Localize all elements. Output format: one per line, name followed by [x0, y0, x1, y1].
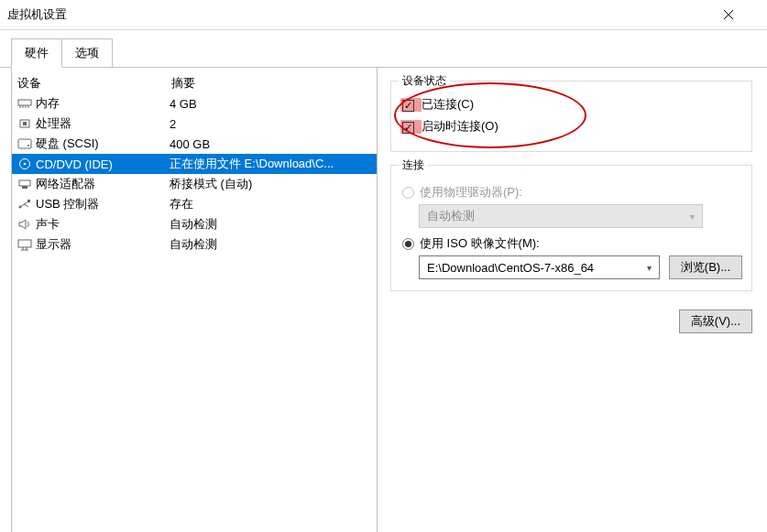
device-status-group: 设备状态 已连接(C) 启动时连接(O) — [390, 81, 752, 152]
device-row[interactable]: CD/DVD (IDE)正在使用文件 E:\Download\C... — [12, 154, 377, 174]
device-table-header: 设备 摘要 — [12, 73, 377, 93]
device-name: USB 控制器 — [34, 196, 170, 212]
device-row[interactable]: 处理器2 — [12, 114, 377, 134]
use-physical-radio-row: 使用物理驱动器(P): — [402, 184, 742, 201]
svg-rect-9 — [18, 139, 31, 148]
iso-path-value: E:\Download\CentOS-7-x86_64 — [427, 261, 594, 275]
nic-icon — [16, 178, 34, 190]
device-list-panel: 设备 摘要 内存4 GB处理器2硬盘 (SCSI)400 GBCD/DVD (I… — [11, 68, 378, 532]
device-status-title: 设备状态 — [399, 73, 450, 89]
device-summary: 存在 — [170, 196, 377, 212]
connected-checkbox-row: 已连接(C) — [400, 96, 742, 113]
window-title: 虚拟机设置 — [7, 6, 67, 23]
svg-rect-13 — [19, 180, 30, 186]
svg-rect-19 — [18, 240, 31, 247]
device-summary: 400 GB — [170, 137, 377, 151]
device-row[interactable]: 内存4 GB — [12, 93, 377, 114]
tab-hardware[interactable]: 硬件 — [11, 38, 62, 68]
device-row[interactable]: 显示器自动检测 — [12, 234, 377, 255]
device-name: CD/DVD (IDE) — [34, 157, 170, 171]
browse-button[interactable]: 浏览(B)... — [669, 255, 742, 279]
chevron-down-icon: ▾ — [647, 263, 652, 273]
memory-icon — [16, 97, 34, 110]
svg-rect-18 — [27, 200, 30, 202]
device-row[interactable]: 网络适配器桥接模式 (自动) — [12, 174, 377, 194]
device-summary: 2 — [170, 117, 377, 131]
column-device: 设备 — [17, 75, 171, 92]
connected-checkbox[interactable] — [402, 100, 414, 112]
connection-group: 连接 使用物理驱动器(P): 自动检测 使用 ISO 映像文件(M): E:\D… — [390, 165, 752, 291]
display-icon — [16, 238, 34, 251]
physical-drive-select: 自动检测 — [419, 204, 703, 228]
iso-path-combo[interactable]: E:\Download\CentOS-7-x86_64 ▾ — [419, 255, 660, 279]
device-row[interactable]: 硬盘 (SCSI)400 GB — [12, 134, 377, 154]
device-name: 硬盘 (SCSI) — [34, 136, 170, 152]
iso-input-row: E:\Download\CentOS-7-x86_64 ▾ 浏览(B)... — [419, 255, 742, 279]
device-table-body: 内存4 GB处理器2硬盘 (SCSI)400 GBCD/DVD (IDE)正在使… — [12, 93, 377, 255]
device-name: 网络适配器 — [34, 176, 170, 192]
connected-highlight — [400, 98, 422, 112]
physical-drive-value: 自动检测 — [427, 208, 475, 224]
cpu-icon — [16, 117, 34, 130]
connect-at-power-highlight — [400, 120, 422, 134]
titlebar-divider — [0, 29, 767, 30]
svg-point-10 — [27, 145, 29, 147]
title-bar: 虚拟机设置 — [0, 0, 767, 29]
content-panels: 设备 摘要 内存4 GB处理器2硬盘 (SCSI)400 GBCD/DVD (I… — [0, 67, 767, 532]
connect-at-power-checkbox-row: 启动时连接(O) — [400, 118, 742, 135]
use-iso-label: 使用 ISO 映像文件(M): — [420, 235, 540, 252]
close-button[interactable] — [723, 9, 760, 20]
usb-icon — [16, 198, 34, 211]
advanced-button[interactable]: 高级(V)... — [679, 309, 752, 333]
device-row[interactable]: 声卡自动检测 — [12, 214, 377, 234]
svg-rect-2 — [18, 100, 31, 105]
connection-group-title: 连接 — [399, 157, 428, 173]
device-name: 处理器 — [34, 115, 170, 132]
svg-rect-8 — [23, 122, 27, 125]
disc-icon — [16, 157, 34, 170]
device-summary: 正在使用文件 E:\Download\C... — [170, 156, 377, 172]
device-row[interactable]: USB 控制器存在 — [12, 194, 377, 214]
use-physical-label: 使用物理驱动器(P): — [420, 184, 522, 201]
connect-at-power-label: 启动时连接(O) — [422, 118, 499, 135]
device-summary: 4 GB — [170, 97, 377, 111]
connected-label: 已连接(C) — [422, 96, 474, 113]
use-iso-radio[interactable] — [402, 238, 414, 250]
svg-point-12 — [24, 163, 27, 166]
use-physical-radio[interactable] — [402, 187, 414, 199]
tabs: 硬件 选项 — [11, 38, 767, 67]
device-summary: 自动检测 — [170, 216, 377, 233]
advanced-row: 高级(V)... — [390, 309, 752, 333]
svg-line-17 — [24, 204, 28, 207]
device-name: 显示器 — [34, 236, 170, 253]
device-summary: 桥接模式 (自动) — [170, 176, 377, 192]
device-summary: 自动检测 — [170, 236, 377, 253]
hdd-icon — [16, 137, 34, 150]
tab-options[interactable]: 选项 — [61, 38, 113, 68]
close-icon — [723, 9, 734, 20]
use-iso-radio-row: 使用 ISO 映像文件(M): — [402, 235, 742, 252]
settings-panel: 设备状态 已连接(C) 启动时连接(O) 连接 使用物理驱动器(P): 自动检测… — [378, 68, 756, 532]
connect-at-power-checkbox[interactable] — [402, 122, 414, 134]
sound-icon — [16, 218, 34, 231]
column-summary: 摘要 — [171, 75, 195, 92]
svg-rect-14 — [22, 186, 27, 189]
device-name: 声卡 — [34, 216, 170, 233]
device-name: 内存 — [34, 95, 170, 112]
